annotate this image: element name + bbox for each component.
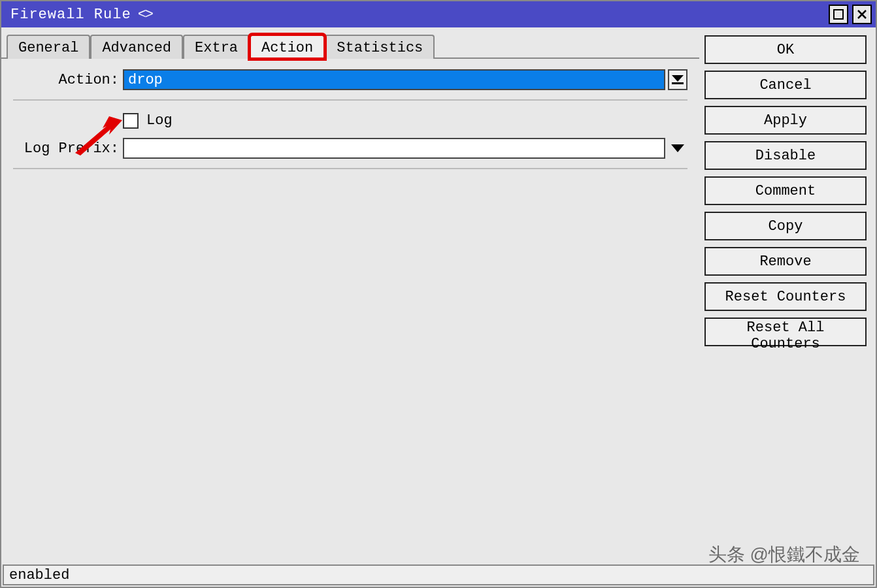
window-title: Firewall Rule	[10, 7, 131, 23]
maximize-icon	[833, 9, 844, 20]
reset-counters-button[interactable]: Reset Counters	[704, 282, 867, 311]
divider	[13, 99, 687, 101]
cancel-button[interactable]: Cancel	[704, 71, 867, 99]
tab-label: Advanced	[102, 40, 171, 56]
tab-label: Action	[261, 40, 313, 56]
ok-button[interactable]: OK	[704, 35, 867, 64]
divider	[13, 168, 687, 169]
disable-button[interactable]: Disable	[704, 141, 867, 170]
sidebar: OK Cancel Apply Disable Comment Copy Rem…	[699, 27, 876, 564]
tabs: General Advanced Extra Action Statistics	[1, 27, 699, 59]
action-value: drop	[128, 72, 163, 88]
tab-label: Extra	[195, 40, 238, 56]
log-checkbox[interactable]	[123, 113, 139, 129]
action-label: Action:	[13, 72, 123, 88]
tab-label: Statistics	[337, 40, 423, 56]
svg-rect-0	[834, 10, 843, 19]
apply-button[interactable]: Apply	[704, 106, 867, 135]
maximize-button[interactable]	[829, 5, 848, 24]
chevron-down-icon	[671, 144, 684, 152]
tab-label: General	[18, 40, 78, 56]
reset-all-counters-button[interactable]: Reset All Counters	[704, 318, 867, 346]
comment-button[interactable]: Comment	[704, 176, 867, 205]
status-text: enabled	[9, 567, 69, 583]
main-panel: General Advanced Extra Action Statistics…	[1, 27, 699, 564]
action-dropdown-button[interactable]	[668, 69, 687, 90]
remove-button[interactable]: Remove	[704, 247, 867, 276]
close-button[interactable]	[852, 5, 872, 24]
form-area: Action: drop Log	[1, 59, 699, 181]
tab-extra[interactable]: Extra	[183, 35, 250, 59]
tab-action[interactable]: Action	[250, 35, 325, 59]
copy-button[interactable]: Copy	[704, 212, 867, 240]
log-label: Log	[146, 112, 173, 129]
tab-advanced[interactable]: Advanced	[90, 35, 183, 59]
tab-general[interactable]: General	[7, 35, 90, 59]
close-icon	[857, 9, 867, 20]
chevron-down-icon	[672, 75, 684, 84]
tab-statistics[interactable]: Statistics	[325, 35, 435, 59]
log-prefix-dropdown-button[interactable]	[668, 138, 687, 159]
window-title-suffix: <>	[138, 7, 152, 23]
titlebar: Firewall Rule <>	[1, 1, 876, 27]
log-prefix-input[interactable]	[123, 138, 665, 159]
log-prefix-label: Log Prefix:	[13, 140, 123, 157]
action-dropdown[interactable]: drop	[123, 69, 665, 90]
statusbar: enabled	[3, 564, 874, 585]
